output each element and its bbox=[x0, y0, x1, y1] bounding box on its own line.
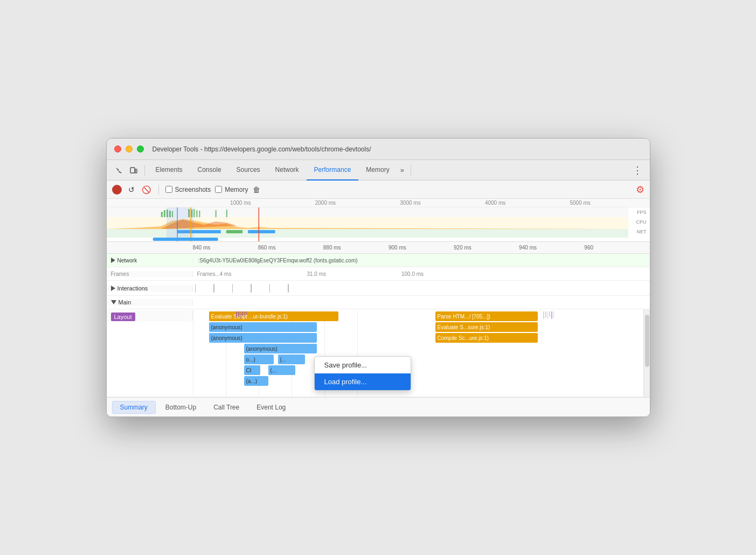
network-track: Network :S6g4U3t-Y5UEw0IE80llgEseQY3FEmq… bbox=[107, 254, 650, 267]
interactions-track-label: Interactions bbox=[107, 285, 193, 292]
svg-line-0 bbox=[119, 171, 121, 173]
layout-track-content[interactable]: Evaluate Script ...ur-bundle.js:1) (anon… bbox=[193, 310, 650, 397]
toolbar-divider-1 bbox=[158, 185, 159, 195]
flame-block-parse[interactable]: Parse HTM.../ [705...]) bbox=[435, 311, 538, 321]
tab-performance[interactable]: Performance bbox=[307, 160, 359, 181]
network-track-content[interactable]: :S6g4U3t-Y5UEw0IE80llgEseQY3FEmqw.woff2 … bbox=[193, 254, 650, 267]
flame-block-anon-1[interactable]: (anonymous) bbox=[209, 322, 317, 332]
main-track-label: Main bbox=[107, 299, 193, 306]
ruler-mark-4: 4000 ms bbox=[453, 200, 538, 206]
flame-block-evaluate-s[interactable]: Evaluate S...sure.js:1) bbox=[435, 322, 538, 332]
detail-mark-6: 960 bbox=[584, 245, 649, 251]
network-expand-icon[interactable] bbox=[111, 258, 115, 263]
settings-button[interactable]: ⚙ bbox=[636, 184, 644, 196]
frames-track-label: Frames bbox=[107, 271, 193, 277]
interactions-track-content[interactable] bbox=[193, 282, 650, 295]
interactions-track: Interactions bbox=[107, 281, 650, 296]
detail-mark-1: 860 ms bbox=[258, 245, 323, 251]
flame-block-paren-2[interactable]: (... bbox=[268, 365, 295, 375]
scrollbar[interactable] bbox=[643, 309, 650, 397]
flame-block-evaluate[interactable]: Evaluate Script ...ur-bundle.js:1) bbox=[209, 311, 338, 321]
record-button[interactable] bbox=[112, 185, 122, 195]
close-button[interactable] bbox=[114, 145, 121, 152]
flame-block-compile[interactable]: Compile Sc...ure.js:1) bbox=[435, 333, 538, 343]
context-menu: Save profile... Load profile... bbox=[314, 356, 411, 391]
screenshots-checkbox-label[interactable]: Screenshots bbox=[165, 186, 211, 193]
cpu-label: CPU bbox=[636, 219, 646, 225]
layout-track-label: Layout bbox=[107, 310, 193, 321]
layout-mini-bars bbox=[236, 311, 247, 319]
more-tabs-button[interactable]: » bbox=[397, 166, 407, 174]
stop-button[interactable]: 🚫 bbox=[141, 184, 152, 195]
network-track-label: Network bbox=[107, 258, 193, 263]
device-toggle-icon[interactable] bbox=[126, 163, 141, 178]
main-collapse-icon[interactable] bbox=[111, 300, 116, 304]
tab-memory[interactable]: Memory bbox=[358, 160, 397, 181]
bottom-tabs: Summary Bottom-Up Call Tree Event Log bbox=[107, 397, 650, 417]
context-menu-load[interactable]: Load profile... bbox=[315, 373, 411, 390]
tab-console[interactable]: Console bbox=[190, 160, 229, 181]
tab-network[interactable]: Network bbox=[268, 160, 307, 181]
devtools-window: Developer Tools - https://developers.goo… bbox=[106, 138, 650, 417]
svg-rect-25 bbox=[152, 238, 218, 241]
context-menu-save[interactable]: Save profile... bbox=[315, 357, 411, 373]
memory-checkbox-label[interactable]: Memory bbox=[215, 186, 248, 193]
svg-rect-4 bbox=[161, 212, 162, 217]
tab-event-log[interactable]: Event Log bbox=[249, 401, 293, 413]
flame-block-ct[interactable]: Ct bbox=[244, 365, 260, 375]
right-stripe-bars bbox=[543, 311, 554, 319]
frames-content-1: Frames...4 ms bbox=[197, 271, 232, 277]
interactions-expand-icon[interactable] bbox=[111, 286, 115, 291]
ruler-mark-3: 3000 ms bbox=[368, 200, 453, 206]
flame-block-anon-3[interactable]: (anonymous) bbox=[244, 344, 317, 353]
tab-divider bbox=[144, 165, 145, 176]
layout-track: Layout Evaluate Script ...ur-bundle.js:1… bbox=[107, 309, 650, 397]
minimize-button[interactable] bbox=[126, 145, 133, 152]
tab-call-tree[interactable]: Call Tree bbox=[206, 401, 247, 413]
svg-rect-19 bbox=[226, 230, 242, 233]
window-title: Developer Tools - https://developers.goo… bbox=[152, 145, 371, 153]
detail-mark-5: 940 ms bbox=[519, 245, 584, 251]
tab-elements[interactable]: Elements bbox=[148, 160, 190, 181]
detail-mark-0: 840 ms bbox=[193, 245, 258, 251]
layout-label: Layout bbox=[111, 313, 135, 321]
frames-track: Frames Frames...4 ms 31.0 ms 100.0 ms bbox=[107, 267, 650, 281]
scrollbar-thumb[interactable] bbox=[645, 315, 649, 367]
net-label: NET bbox=[637, 229, 647, 234]
flame-block-paren-1[interactable]: (... bbox=[278, 355, 305, 364]
tab-summary[interactable]: Summary bbox=[112, 401, 156, 414]
toolbar: ↺ 🚫 Screenshots Memory 🗑 ⚙ bbox=[107, 181, 650, 199]
tab-sources[interactable]: Sources bbox=[229, 160, 268, 181]
main-content: Network :S6g4U3t-Y5UEw0IE80llgEseQY3FEmq… bbox=[107, 254, 650, 417]
clear-button[interactable]: 🗑 bbox=[253, 185, 260, 194]
screenshots-checkbox[interactable] bbox=[165, 186, 172, 193]
tab-menu-button[interactable]: ⋮ bbox=[629, 164, 646, 176]
inspect-icon[interactable] bbox=[111, 163, 126, 178]
flame-block-anon-2[interactable]: (anonymous) bbox=[209, 333, 317, 343]
reload-button[interactable]: ↺ bbox=[126, 184, 137, 195]
timeline-overview[interactable]: 1000 ms 2000 ms 3000 ms 4000 ms 5000 ms bbox=[107, 199, 650, 242]
fps-label: FPS bbox=[637, 210, 647, 215]
tab-bottom-up[interactable]: Bottom-Up bbox=[158, 401, 204, 413]
maximize-button[interactable] bbox=[137, 145, 144, 152]
ruler-mark-1: 1000 ms bbox=[198, 200, 283, 206]
timeline-chart-area[interactable]: FPS CPU NET bbox=[107, 207, 650, 242]
detail-mark-3: 900 ms bbox=[389, 245, 454, 251]
svg-rect-1 bbox=[130, 168, 135, 173]
ruler-mark-5: 5000 ms bbox=[538, 200, 623, 206]
svg-rect-2 bbox=[135, 169, 137, 173]
tab-bar: Elements Console Sources Network Perform… bbox=[107, 160, 650, 181]
memory-checkbox[interactable] bbox=[215, 186, 222, 193]
flame-block-a[interactable]: (a...) bbox=[244, 376, 268, 386]
svg-rect-11 bbox=[193, 209, 195, 217]
ruler-mark-2: 2000 ms bbox=[283, 200, 368, 206]
svg-rect-21 bbox=[166, 207, 193, 238]
svg-rect-14 bbox=[215, 210, 216, 217]
svg-rect-12 bbox=[196, 210, 197, 217]
main-track-content[interactable] bbox=[193, 296, 650, 309]
frames-track-content: Frames...4 ms 31.0 ms 100.0 ms bbox=[193, 267, 650, 280]
svg-rect-13 bbox=[199, 211, 200, 217]
title-bar: Developer Tools - https://developers.goo… bbox=[107, 138, 650, 160]
tab-divider-2 bbox=[411, 165, 411, 176]
flame-block-o[interactable]: o...) bbox=[244, 355, 274, 364]
